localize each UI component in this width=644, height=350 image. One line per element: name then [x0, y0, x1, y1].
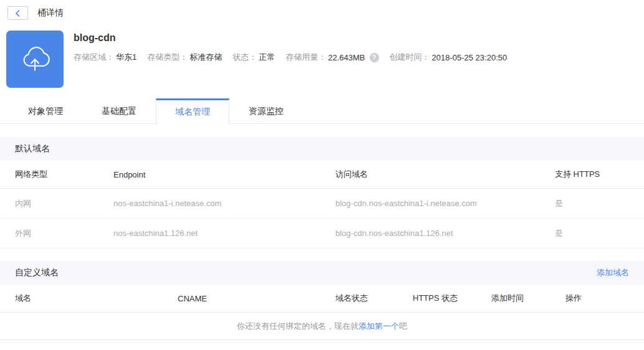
column-header: 域名状态 [335, 293, 413, 304]
add-domain-link[interactable]: 添加域名 [597, 267, 629, 278]
top-bar: 桶详情 [0, 0, 644, 20]
empty-text-prefix: 你还没有任何绑定的域名，现在就 [237, 321, 358, 332]
info-item: 创建时间：2018-05-25 23:20:50 [390, 52, 507, 63]
cloud-upload-icon [18, 41, 52, 77]
bucket-info: 存储区域：华东1存储类型：标准存储状态：正常存储用量：22.643MB?创建时间… [74, 52, 517, 63]
column-header: Endpoint [113, 170, 335, 179]
custom-domains-section-header: 自定义域名 添加域名 [0, 261, 644, 285]
bucket-meta: blog-cdn 存储区域：华东1存储类型：标准存储状态：正常存储用量：22.6… [74, 31, 517, 88]
section-title: 默认域名 [15, 143, 50, 154]
info-value: 标准存储 [190, 52, 222, 63]
cell: nos-eastchina1-i.netease.com [113, 199, 335, 208]
tab-basic-config[interactable]: 基础配置 [82, 98, 156, 123]
section-title: 自定义域名 [15, 267, 59, 278]
column-header: HTTPS 状态 [413, 293, 491, 304]
bucket-header: blog-cdn 存储区域：华东1存储类型：标准存储状态：正常存储用量：22.6… [0, 20, 644, 88]
tab-bar: 对象管理基础配置域名管理资源监控 [0, 98, 644, 124]
chevron-left-icon [15, 9, 21, 17]
info-label: 创建时间： [390, 52, 430, 63]
cell: 是 [555, 228, 629, 239]
question-circle-icon[interactable]: ? [370, 53, 379, 62]
cell: 是 [555, 198, 629, 209]
default-domains-section-header: 默认域名 [0, 137, 644, 161]
default-domains-table: 网络类型Endpoint访问域名支持 HTTPS内网nos-eastchina1… [0, 161, 644, 248]
column-header: 域名 [15, 293, 178, 304]
add-first-domain-link[interactable]: 添加第一个 [358, 321, 399, 332]
table-row: 内网nos-eastchina1-i.netease.comblog-cdn.n… [0, 189, 644, 219]
tab-object-management[interactable]: 对象管理 [9, 98, 82, 123]
cell: 外网 [15, 228, 113, 239]
table-row: 外网nos-eastchina1.126.netblog-cdn.nos-eas… [0, 219, 644, 248]
cell: blog-cdn.nos-eastchina1-i.netease.com [335, 199, 555, 208]
info-item: 存储区域：华东1 [74, 52, 137, 63]
info-value: 22.643MB [328, 53, 365, 62]
table-header-row: 网络类型Endpoint访问域名支持 HTTPS [0, 161, 644, 189]
back-button[interactable] [7, 6, 28, 20]
tab-resource-monitor[interactable]: 资源监控 [229, 98, 303, 123]
info-label: 状态： [233, 52, 257, 63]
column-header: 访问域名 [335, 169, 555, 180]
info-label: 存储用量： [286, 52, 326, 63]
info-item: 状态：正常 [233, 52, 275, 63]
column-header: 支持 HTTPS [555, 169, 629, 180]
info-value: 正常 [259, 52, 275, 63]
cell: 内网 [15, 198, 113, 209]
info-label: 存储区域： [74, 52, 114, 63]
info-value: 2018-05-25 23:20:50 [432, 53, 507, 62]
custom-domains-table: 域名CNAME域名状态HTTPS 状态添加时间操作 [0, 285, 644, 313]
column-header: CNAME [178, 294, 335, 303]
bucket-name: blog-cdn [74, 32, 517, 44]
bucket-avatar [6, 31, 64, 88]
cell: nos-eastchina1.126.net [113, 229, 335, 238]
cell: blog-cdn.nos-eastchina1.126.net [335, 229, 555, 238]
tab-domain-management[interactable]: 域名管理 [156, 98, 229, 125]
column-header: 添加时间 [491, 293, 565, 304]
info-value: 华东1 [116, 52, 137, 63]
empty-state: 你还没有任何绑定的域名，现在就添加第一个吧 [0, 313, 644, 340]
column-header: 网络类型 [15, 169, 113, 180]
info-item: 存储用量：22.643MB? [286, 52, 378, 63]
table-header-row: 域名CNAME域名状态HTTPS 状态添加时间操作 [0, 285, 644, 313]
empty-text-suffix: 吧 [399, 321, 407, 332]
column-header: 操作 [565, 293, 629, 304]
info-item: 存储类型：标准存储 [147, 52, 222, 63]
page-title: 桶详情 [37, 7, 64, 19]
info-label: 存储类型： [147, 52, 188, 63]
